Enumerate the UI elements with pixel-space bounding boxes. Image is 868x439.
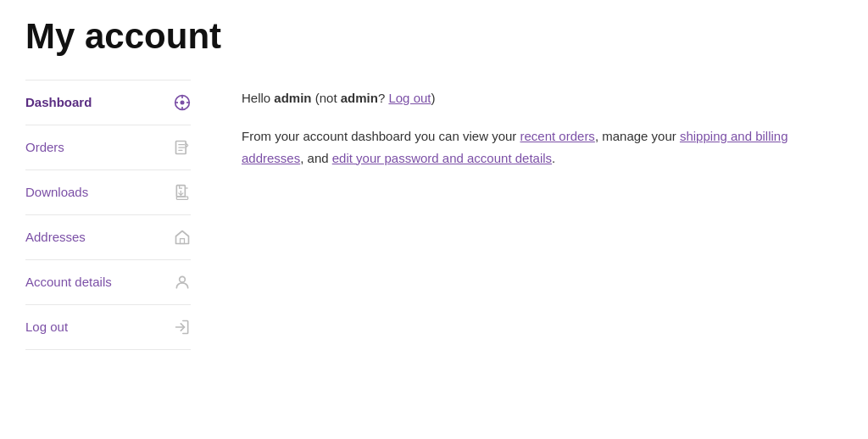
sidebar-item-downloads[interactable]: Downloads	[25, 169, 191, 214]
sidebar-label-account-details: Account details	[25, 272, 174, 292]
svg-point-1	[181, 101, 185, 105]
sidebar-label-log-out: Log out	[25, 317, 174, 337]
desc-part3: , and	[300, 151, 332, 165]
hello-line: Hello admin (not admin? Log out)	[242, 88, 843, 108]
sidebar-item-dashboard[interactable]: Dashboard	[25, 80, 191, 125]
page-layout: Dashboard Orders	[25, 80, 843, 350]
desc-part1: From your account dashboard you can view…	[242, 129, 520, 143]
dashboard-icon	[174, 94, 191, 111]
dashboard-description: From your account dashboard you can view…	[242, 125, 843, 169]
desc-part4: .	[552, 151, 555, 165]
sidebar-item-log-out[interactable]: Log out	[25, 304, 191, 350]
hello-username: admin	[274, 91, 311, 105]
sidebar-item-orders[interactable]: Orders	[25, 125, 191, 169]
downloads-icon	[174, 184, 191, 201]
svg-point-12	[180, 277, 186, 283]
sidebar-label-addresses: Addresses	[25, 227, 174, 247]
sidebar-label-downloads: Downloads	[25, 182, 174, 203]
logout-icon	[174, 319, 191, 336]
recent-orders-link[interactable]: recent orders	[520, 129, 595, 143]
sidebar-item-account-details[interactable]: Account details	[25, 259, 191, 304]
sidebar-item-addresses[interactable]: Addresses	[25, 214, 191, 259]
main-content: Hello admin (not admin? Log out) From yo…	[242, 80, 843, 350]
inline-logout-link[interactable]: Log out	[388, 91, 431, 105]
desc-part2: , manage your	[595, 129, 680, 143]
hello-question: ?	[378, 91, 389, 105]
hello-not-username: admin	[341, 91, 378, 105]
sidebar-label-orders: Orders	[25, 137, 174, 158]
svg-rect-9	[176, 197, 187, 199]
account-details-icon	[174, 274, 191, 291]
orders-icon	[174, 139, 191, 156]
hello-prefix: Hello	[242, 91, 274, 105]
sidebar-label-dashboard: Dashboard	[25, 92, 174, 113]
sidebar: Dashboard Orders	[25, 80, 191, 350]
svg-rect-11	[181, 239, 185, 244]
hello-close-paren: )	[431, 91, 435, 105]
addresses-icon	[174, 229, 191, 246]
hello-not-prefix: (not	[315, 91, 341, 105]
edit-password-link[interactable]: edit your password and account details	[332, 151, 552, 165]
page-title: My account	[25, 17, 843, 56]
